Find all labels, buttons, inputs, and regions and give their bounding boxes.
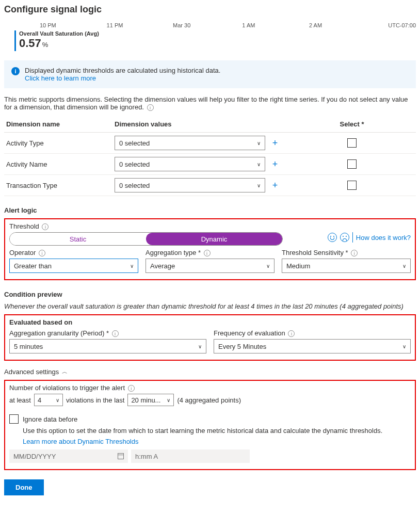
col-name: Dimension name xyxy=(4,116,112,133)
tick: 11 PM xyxy=(82,22,149,28)
info-icon[interactable]: i xyxy=(128,385,135,392)
sensitivity-label: Threshold Sensitivity * xyxy=(282,249,348,256)
dim-name: Activity Name xyxy=(4,154,112,175)
dimensions-table: Dimension name Dimension values Select *… xyxy=(4,116,416,196)
dim-values-select[interactable]: 0 selected∨ xyxy=(115,178,265,192)
divider xyxy=(352,232,353,243)
aggregated-note: (4 aggregated points) xyxy=(177,396,241,404)
info-text: Displayed dynamic thresholds are calcula… xyxy=(25,67,220,74)
feedback-happy-icon[interactable] xyxy=(328,233,337,242)
info-icon[interactable]: i xyxy=(147,104,154,111)
tick: 2 AM xyxy=(282,22,349,28)
granularity-select[interactable]: 5 minutes∨ xyxy=(9,339,206,353)
tick: 10 PM xyxy=(14,22,82,28)
add-dimension-button[interactable]: + xyxy=(269,137,281,149)
tick: Mar 30 xyxy=(148,22,215,28)
sensitivity-select[interactable]: Medium∨ xyxy=(282,259,411,273)
info-icon[interactable]: i xyxy=(112,330,119,337)
chevron-down-icon: ∨ xyxy=(167,397,170,403)
chevron-down-icon: ∨ xyxy=(266,263,270,269)
metric-value: 0.57 xyxy=(19,37,41,50)
violations-mid-text: violations in the last xyxy=(66,396,124,404)
threshold-label: Threshold xyxy=(9,222,39,230)
learn-more-link[interactable]: Click here to learn more xyxy=(25,74,96,82)
info-icon[interactable]: i xyxy=(39,250,45,256)
info-icon: i xyxy=(11,67,20,75)
table-row: Activity Name 0 selected∨ + xyxy=(4,154,416,175)
advanced-section: Number of violations to trigger the aler… xyxy=(4,380,416,470)
info-banner: i Displayed dynamic thresholds are calcu… xyxy=(4,60,416,88)
page-title: Configure signal logic xyxy=(4,4,416,15)
ignore-data-checkbox[interactable] xyxy=(9,414,19,424)
violations-label: Number of violations to trigger the aler… xyxy=(9,384,125,392)
threshold-dynamic-option[interactable]: Dynamic xyxy=(146,233,282,245)
chevron-down-icon: ∨ xyxy=(257,183,261,188)
tick: 1 AM xyxy=(215,22,282,28)
timeline-ticks: 10 PM 11 PM Mar 30 1 AM 2 AM UTC-07:00 xyxy=(14,22,416,28)
metric-name: Overall Vault Saturation (Avg) xyxy=(19,30,99,37)
table-row: Activity Type 0 selected∨ + xyxy=(4,133,416,154)
threshold-static-option[interactable]: Static xyxy=(10,233,146,245)
feedback-sad-icon[interactable] xyxy=(340,233,349,242)
learn-thresholds-link[interactable]: Learn more about Dynamic Thresholds xyxy=(23,438,139,445)
col-values: Dimension values xyxy=(112,116,267,133)
metric-accent-bar xyxy=(14,30,16,51)
aggregation-type-select[interactable]: Average∨ xyxy=(146,259,274,273)
ignore-data-label: Ignore data before xyxy=(23,415,77,423)
dim-name: Transaction Type xyxy=(4,175,112,196)
chevron-down-icon: ∨ xyxy=(56,397,59,403)
at-least-text: at least xyxy=(9,396,31,404)
ignore-time-input[interactable]: h:mm A xyxy=(131,449,250,463)
chevron-up-icon: ︿ xyxy=(62,368,68,376)
granularity-label: Aggregation granularity (Period) * xyxy=(9,329,109,337)
info-icon[interactable]: i xyxy=(42,223,49,230)
info-icon[interactable]: i xyxy=(204,250,211,256)
table-row: Transaction Type 0 selected∨ + xyxy=(4,175,416,196)
chevron-down-icon: ∨ xyxy=(130,263,134,269)
metric-unit: % xyxy=(42,41,49,49)
advanced-settings-toggle[interactable]: Advanced settings ︿ xyxy=(4,368,416,376)
alert-logic-section: Threshold i Static Dynamic How does it w… xyxy=(4,218,416,280)
info-icon[interactable]: i xyxy=(351,250,358,256)
dimensions-intro: This metric supports dimensions. Selecti… xyxy=(4,95,416,111)
select-checkbox[interactable] xyxy=(347,138,357,148)
evaluated-section: Evaluated based on Aggregation granulari… xyxy=(4,314,416,361)
operator-select[interactable]: Greater than∨ xyxy=(9,259,138,273)
chevron-down-icon: ∨ xyxy=(257,140,261,146)
violations-window-select[interactable]: 20 minu...∨ xyxy=(127,394,174,406)
calendar-icon xyxy=(118,453,124,459)
chevron-down-icon: ∨ xyxy=(402,344,406,349)
frequency-select[interactable]: Every 5 Minutes∨ xyxy=(214,339,411,353)
metric-card: Overall Vault Saturation (Avg) 0.57% xyxy=(14,30,416,51)
dim-values-select[interactable]: 0 selected∨ xyxy=(115,157,265,171)
dim-values-select[interactable]: 0 selected∨ xyxy=(115,136,265,150)
operator-label: Operator xyxy=(9,249,36,256)
select-checkbox[interactable] xyxy=(347,181,357,190)
ignore-data-description: Use this option to set the date from whi… xyxy=(23,427,411,435)
select-checkbox[interactable] xyxy=(347,159,357,169)
condition-preview-text: Whenever the overall vault saturation is… xyxy=(4,302,416,310)
done-button[interactable]: Done xyxy=(4,479,44,495)
alert-logic-heading: Alert logic xyxy=(4,206,416,214)
info-icon[interactable]: i xyxy=(288,330,295,337)
dim-name: Activity Type xyxy=(4,133,112,154)
ignore-date-input[interactable]: MM/DD/YYYY xyxy=(9,449,128,463)
add-dimension-button[interactable]: + xyxy=(269,180,281,191)
aggregation-type-label: Aggregation type * xyxy=(146,249,201,256)
timezone: UTC-07:00 xyxy=(349,22,416,28)
evaluated-heading: Evaluated based on xyxy=(9,318,411,326)
add-dimension-button[interactable]: + xyxy=(269,158,281,170)
chevron-down-icon: ∨ xyxy=(198,344,202,349)
condition-preview-heading: Condition preview xyxy=(4,291,416,298)
violations-count-select[interactable]: 4∨ xyxy=(34,394,63,406)
chevron-down-icon: ∨ xyxy=(257,162,261,167)
chevron-down-icon: ∨ xyxy=(402,263,406,269)
col-select: Select * xyxy=(288,116,416,133)
how-does-it-work-link[interactable]: How does it work? xyxy=(356,234,411,242)
frequency-label: Frequency of evaluation xyxy=(214,329,285,337)
